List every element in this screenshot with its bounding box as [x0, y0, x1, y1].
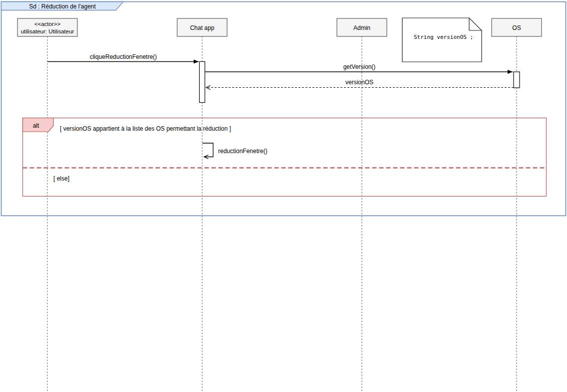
alt-guard-if: [ versionOS appartient à la liste des OS… [60, 125, 231, 132]
frame-title: Sd : Réduction de l'agent [29, 3, 96, 10]
activation-chat-app [200, 62, 205, 103]
participant-utilisateur-name: utilisateur: Utilisateur [21, 28, 74, 34]
participant-utilisateur-stereotype: <<actor>> [34, 21, 61, 27]
participant-chat-app: Chat app [177, 18, 227, 36]
alt-operator-label: alt [33, 122, 39, 129]
message-reductionFenetre-label: reductionFenetre() [218, 148, 268, 155]
sequence-diagram-canvas: Sd : Réduction de l'agent <<actor>> util… [0, 0, 567, 392]
alt-fragment: alt [ versionOS appartient à la liste de… [23, 118, 547, 196]
message-cliqueReductionFenetre-label: cliqueReductionFenetre() [90, 53, 157, 60]
note-text: String versionOS ; [414, 34, 473, 40]
note: String versionOS ; [402, 18, 482, 62]
participant-admin-name: Admin [353, 24, 370, 31]
participant-os-name: OS [512, 24, 521, 31]
message-reductionFenetre-line [203, 143, 214, 157]
activation-os [514, 72, 520, 88]
alt-guard-else: [ else] [53, 175, 69, 182]
participant-os: OS [492, 18, 542, 36]
message-versionOS-label: versionOS [345, 79, 373, 86]
participant-admin: Admin [337, 18, 387, 36]
participant-chat-app-name: Chat app [190, 24, 215, 31]
participant-utilisateur: <<actor>> utilisateur: Utilisateur [17, 18, 77, 36]
message-getVersion-label: getVersion() [343, 63, 376, 70]
